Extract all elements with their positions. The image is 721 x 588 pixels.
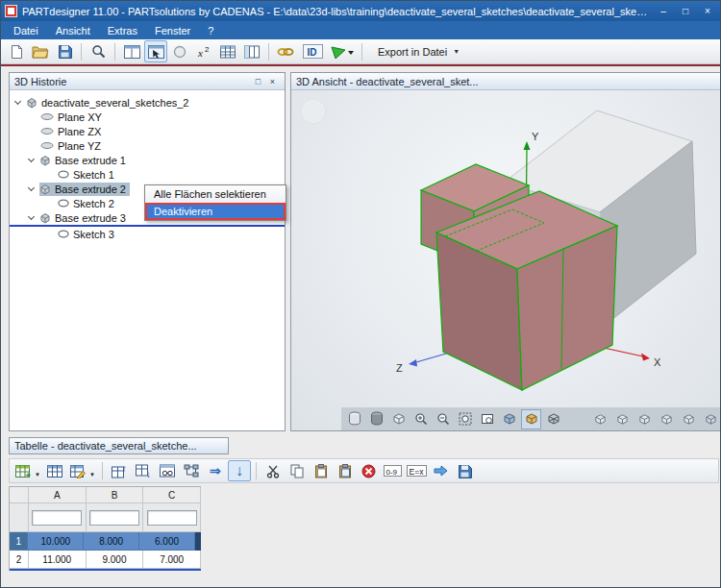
table-row-1[interactable]: 1 10.000 8.000 6.000 [10, 532, 201, 551]
chevron-down-icon[interactable] [28, 184, 35, 191]
cell-b1[interactable]: 8.000 [84, 532, 139, 551]
cube-view-iso-button[interactable] [701, 409, 720, 429]
chevron-down-icon[interactable] [28, 156, 35, 162]
tree-item-base-extrude-1[interactable]: Base extrude 1 [10, 153, 285, 167]
primitive-dropdown-button[interactable] [328, 40, 357, 62]
export-button[interactable]: Export in Datei ▼ [369, 43, 468, 61]
cube-view-right-button[interactable] [657, 409, 677, 429]
transfer-row-button[interactable]: ↓ [228, 460, 251, 481]
3d-scene[interactable]: Y X Z [291, 90, 720, 430]
zoom-in-button[interactable] [410, 409, 431, 429]
render-textured-button[interactable] [521, 409, 541, 429]
cell-c2[interactable]: 7.000 [143, 551, 201, 569]
filter-input-b[interactable] [89, 510, 139, 526]
new-table-button[interactable]: + [12, 460, 36, 481]
tree-item-label: deactivate_several_sketches_2 [41, 97, 188, 109]
export-button-label: Export in Datei [378, 46, 447, 58]
table-row-2[interactable]: 2 11.000 9.000 7.000 [10, 551, 201, 569]
insert-row-above-button[interactable]: ↑ [108, 460, 131, 481]
tree-item-plane-zx[interactable]: Plane ZX [10, 124, 285, 138]
formula-x2-button[interactable]: x2 [192, 40, 215, 62]
next-row-button[interactable]: ⇒ [204, 460, 227, 481]
menu-ansicht[interactable]: Ansicht [47, 23, 99, 38]
zoom-fit-button[interactable] [455, 409, 475, 429]
chevron-down-icon[interactable]: ▼ [35, 472, 40, 478]
search-table-button[interactable] [156, 460, 179, 481]
view-solid-button[interactable] [344, 409, 364, 429]
table-corner-cell[interactable] [10, 487, 29, 503]
axis-label-y: Y [532, 131, 539, 142]
column-header-a[interactable]: A [29, 487, 87, 503]
column-header-c[interactable]: C [143, 487, 201, 503]
paste-special-button[interactable] [334, 460, 357, 481]
context-menu-item-select-all-faces[interactable]: Alle Flächen selektieren [145, 185, 286, 203]
paste-button[interactable] [310, 460, 333, 481]
window-layout-button[interactable] [120, 40, 143, 62]
table-view-button[interactable] [43, 460, 66, 481]
selection-mode-button[interactable] [144, 40, 167, 62]
copy-button[interactable] [286, 460, 309, 481]
zoom-button[interactable] [87, 40, 110, 62]
render-mode-button[interactable] [168, 40, 191, 62]
close-panel-button[interactable]: × [265, 75, 280, 88]
extrude-icon [39, 184, 51, 195]
tree-item-sketch-3[interactable]: Sketch 3 [10, 227, 285, 241]
formula-button[interactable]: E=x [406, 460, 429, 481]
menu-help[interactable]: ? [199, 23, 222, 38]
open-file-button[interactable] [29, 40, 52, 62]
id-button[interactable]: ID [298, 40, 327, 62]
filter-input-c[interactable] [147, 510, 197, 526]
menu-fenster[interactable]: Fenster [146, 23, 199, 38]
save-button[interactable] [53, 40, 76, 62]
cell-b2[interactable]: 9.000 [87, 551, 144, 569]
cube-view-left-button[interactable] [634, 409, 655, 429]
3d-viewport[interactable]: Y X Z [291, 90, 720, 430]
close-button[interactable]: × [699, 4, 716, 19]
tree-item-sketch-1[interactable]: Sketch 1 [10, 167, 285, 182]
cell-a2[interactable]: 11.000 [29, 551, 87, 569]
chevron-down-icon[interactable]: ▼ [89, 472, 95, 478]
render-wireframe-button[interactable] [543, 409, 563, 429]
view-shaded-button[interactable] [366, 409, 386, 429]
view-box-button[interactable] [388, 409, 409, 429]
menu-extras[interactable]: Extras [99, 23, 146, 38]
table-button[interactable] [216, 40, 239, 62]
delete-row-button[interactable] [358, 460, 381, 481]
menu-datei[interactable]: Datei [5, 23, 47, 38]
cut-button[interactable] [261, 460, 285, 481]
row-header[interactable]: 2 [10, 551, 29, 569]
float-panel-button[interactable]: □ [251, 75, 265, 88]
sketch-icon [58, 230, 69, 238]
zoom-window-button[interactable] [477, 409, 497, 429]
table-panel-header[interactable]: Tabelle - deactivate_several_sketche... [9, 437, 229, 454]
tree-item-plane-yz[interactable]: Plane YZ [10, 138, 285, 153]
new-file-button[interactable] [5, 40, 28, 62]
cell-c1[interactable]: 6.000 [139, 532, 195, 551]
insert-row-below-button[interactable]: ↓ [132, 460, 155, 481]
link-button[interactable] [274, 40, 297, 62]
digits-format-button[interactable]: 0-9 [382, 460, 405, 481]
save-table-button[interactable] [454, 460, 477, 481]
chevron-down-icon[interactable] [14, 98, 21, 105]
zoom-out-button[interactable] [433, 409, 453, 429]
table-structure-button[interactable] [180, 460, 203, 481]
columns-button[interactable] [240, 40, 263, 62]
maximize-button[interactable]: □ [677, 4, 694, 19]
tree-item-plane-xy[interactable]: Plane XY [10, 110, 285, 124]
context-menu-item-deactivate[interactable]: Deaktivieren [145, 203, 286, 220]
column-header-b[interactable]: B [87, 487, 144, 503]
cube-view-back-button[interactable] [612, 409, 633, 429]
minimize-button[interactable]: – [655, 4, 672, 19]
parameter-table: A B C 1 10.000 8.000 6.000 2 11.000 9.00… [9, 486, 201, 571]
tree-item-root[interactable]: deactivate_several_sketches_2 [10, 95, 285, 110]
cube-view-top-button[interactable] [679, 409, 699, 429]
export-table-button[interactable] [430, 460, 453, 481]
render-shaded-button[interactable] [499, 409, 519, 429]
edit-table-button[interactable] [67, 460, 90, 481]
row-selection-handle[interactable] [195, 532, 201, 551]
chevron-down-icon[interactable] [28, 213, 35, 220]
cube-view-front-button[interactable] [590, 409, 610, 429]
cell-a1[interactable]: 10.000 [28, 532, 84, 551]
row-header[interactable]: 1 [10, 532, 28, 551]
filter-input-a[interactable] [32, 510, 82, 526]
